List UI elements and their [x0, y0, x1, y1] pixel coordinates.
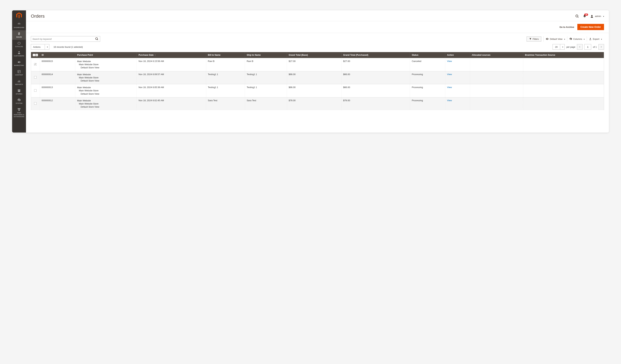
cell-base: $78.00: [287, 97, 341, 110]
main-content: Orders 39 admin Go to Archive Create New…: [26, 10, 609, 132]
column-header[interactable]: Grand Total (Base): [287, 52, 341, 58]
per-page-label: per page: [567, 46, 575, 48]
cell-purchase-point: Main WebsiteMain Website StoreDefault St…: [75, 84, 137, 97]
svg-point-12: [591, 15, 593, 16]
cell-braintree: [523, 71, 604, 84]
nav-item-dashboard[interactable]: DASHBOARD: [12, 21, 26, 30]
search-input-wrapper: [31, 36, 100, 42]
action-bar: Go to Archive Create New Order: [26, 21, 609, 33]
funnel-icon: [529, 38, 532, 40]
page-size-select[interactable]: 20: [552, 44, 565, 50]
nav-item-sales[interactable]: SALES: [12, 30, 26, 40]
column-header[interactable]: Purchase Point: [75, 52, 137, 58]
row-checkbox[interactable]: [34, 76, 36, 79]
column-header[interactable]: Purchase Date↑: [137, 52, 206, 58]
chevron-down-icon: [583, 38, 585, 40]
column-header[interactable]: Status: [410, 52, 445, 58]
cell-braintree: [523, 97, 604, 110]
prev-page-button[interactable]: [577, 44, 583, 50]
nav-item-content[interactable]: CONTENT: [12, 68, 26, 78]
chevron-down-icon: [560, 44, 565, 49]
actions-dropdown[interactable]: Actions: [31, 44, 49, 50]
sidebar: DASHBOARDSALESCATALOGCUSTOMERSMARKETINGC…: [12, 10, 26, 132]
column-header[interactable]: Bill-to Name: [206, 52, 245, 58]
column-header[interactable]: Grand Total (Purchased): [341, 52, 410, 58]
go-to-archive-link[interactable]: Go to Archive: [559, 26, 574, 28]
notification-badge: 39: [584, 14, 588, 16]
nav-item-find[interactable]: FIND PARTNERS & EXTENSIONS: [12, 106, 26, 119]
view-link[interactable]: View: [447, 99, 452, 102]
upload-icon: [589, 38, 592, 40]
select-all-checkbox[interactable]: –▾: [33, 54, 38, 56]
page-input[interactable]: [584, 44, 591, 50]
gear-icon: [569, 38, 572, 40]
next-page-button[interactable]: [599, 44, 604, 50]
cell-allocated: [470, 84, 523, 97]
storefront-icon: [17, 89, 21, 92]
search-input[interactable]: [32, 38, 95, 40]
notifications-icon[interactable]: 39: [583, 15, 586, 18]
chevron-down-icon: [600, 38, 602, 40]
column-header[interactable]: Action: [445, 52, 470, 58]
svg-rect-7: [18, 108, 19, 110]
boxes-icon: [17, 108, 21, 111]
row-checkbox[interactable]: [34, 63, 36, 65]
row-checkbox[interactable]: [34, 89, 36, 92]
sort-asc-icon: ↑: [155, 54, 155, 56]
cell-id: 000000015: [40, 58, 75, 71]
svg-line-11: [578, 16, 578, 17]
column-header[interactable]: Braintree Transaction Source: [523, 52, 604, 58]
cell-ship: Ravi B: [245, 58, 287, 71]
nav-item-customers[interactable]: CUSTOMERS: [12, 49, 26, 59]
cell-date: Nov 18, 2024 6:09:57 AM: [137, 71, 206, 84]
eye-icon: [546, 37, 549, 40]
search-icon[interactable]: [575, 14, 579, 18]
view-link[interactable]: View: [447, 60, 452, 63]
search-submit-icon[interactable]: [95, 37, 99, 41]
svg-rect-4: [18, 81, 18, 82]
page-total: of 1: [593, 46, 597, 48]
view-link[interactable]: View: [447, 73, 452, 76]
nav-item-marketing[interactable]: MARKETING: [12, 59, 26, 68]
nav-item-catalog[interactable]: CATALOG: [12, 40, 26, 49]
cell-braintree: [523, 58, 604, 71]
cell-purchased: $27.00: [341, 58, 410, 71]
person-icon: [17, 51, 21, 54]
user-menu[interactable]: admin: [590, 15, 604, 18]
dollar-icon: [17, 32, 21, 35]
svg-line-14: [97, 39, 98, 40]
cell-id: 000000013: [40, 84, 75, 97]
nav-item-reports[interactable]: REPORTS: [12, 78, 26, 87]
table-row: 000000015Main WebsiteMain Website StoreD…: [31, 58, 604, 71]
export-button[interactable]: Export: [587, 36, 604, 42]
page-header: Orders 39 admin: [26, 10, 609, 21]
nav-item-stores[interactable]: STORES: [12, 87, 26, 97]
svg-rect-6: [19, 81, 20, 82]
cell-bill: Sara Test: [206, 97, 245, 110]
chevron-down-icon: [45, 44, 49, 49]
table-row: 000000014Main WebsiteMain Website StoreD…: [31, 71, 604, 84]
cell-bill: Testing1 1: [206, 71, 245, 84]
cell-purchase-point: Main WebsiteMain Website StoreDefault St…: [75, 71, 137, 84]
column-header[interactable]: Allocated sources: [470, 52, 523, 58]
default-view-button[interactable]: Default View: [543, 36, 567, 42]
view-link[interactable]: View: [447, 86, 452, 89]
svg-rect-9: [18, 110, 20, 111]
column-header[interactable]: Ship-to Name: [245, 52, 287, 58]
filters-button[interactable]: Filters: [527, 36, 541, 42]
create-new-order-button[interactable]: Create New Order: [577, 24, 604, 30]
cell-status: Processing: [410, 97, 445, 110]
megaphone-icon: [17, 60, 21, 64]
cell-status: Processing: [410, 84, 445, 97]
pagination: 20 per page of 1: [552, 44, 604, 50]
row-checkbox[interactable]: [34, 102, 36, 105]
nav-item-system[interactable]: SYSTEM: [12, 96, 26, 106]
cell-date: Nov 18, 2024 6:05:38 AM: [137, 84, 206, 97]
cell-bill: Testing1 1: [206, 84, 245, 97]
columns-button[interactable]: Columns: [567, 36, 587, 42]
cell-status: Canceled: [410, 58, 445, 71]
cell-bill: Ravi B: [206, 58, 245, 71]
column-header[interactable]: ID: [40, 52, 75, 58]
svg-point-10: [576, 15, 578, 17]
svg-point-0: [18, 51, 20, 53]
